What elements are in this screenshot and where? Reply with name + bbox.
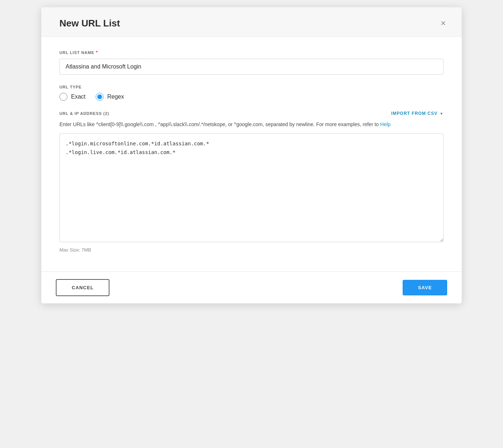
url-list-name-group: URL LIST NAME * — [59, 50, 444, 75]
modal-footer: CANCEL SAVE — [41, 271, 462, 303]
modal-title: New URL List — [59, 18, 120, 29]
url-ip-label: URL & IP ADDRESS (2) — [59, 111, 109, 116]
new-url-list-modal: New URL List × URL LIST NAME * URL TYPE … — [41, 7, 462, 303]
cancel-button[interactable]: CANCEL — [56, 279, 109, 296]
import-csv-label: IMPORT FROM CSV — [391, 111, 437, 116]
url-type-label: URL TYPE — [59, 85, 444, 89]
max-size-label: Max Size: 7MB — [59, 247, 444, 253]
radio-exact[interactable] — [59, 93, 67, 101]
radio-option-exact[interactable]: Exact — [59, 93, 86, 101]
url-list-name-input[interactable] — [59, 59, 444, 75]
save-button[interactable]: SAVE — [403, 280, 447, 295]
chevron-down-icon: ▼ — [440, 112, 444, 116]
modal-body: URL LIST NAME * URL TYPE Exact Regex — [41, 37, 462, 271]
help-link[interactable]: Help — [380, 121, 391, 127]
url-type-group: URL TYPE Exact Regex — [59, 85, 444, 101]
url-ip-group: URL & IP ADDRESS (2) IMPORT FROM CSV ▼ E… — [59, 111, 444, 253]
radio-option-regex[interactable]: Regex — [96, 93, 124, 101]
url-list-name-label: URL LIST NAME * — [59, 50, 444, 55]
radio-regex[interactable] — [96, 93, 104, 101]
url-textarea[interactable]: .*login.microsoftonline.com.*id.atlassia… — [59, 133, 444, 242]
radio-exact-label: Exact — [71, 94, 86, 100]
required-indicator: * — [96, 50, 98, 55]
close-button[interactable]: × — [439, 17, 447, 29]
url-type-radio-group: Exact Regex — [59, 93, 444, 101]
modal-header: New URL List × — [41, 7, 462, 37]
url-hint-text: Enter URLs like ^client[0-9]\\.google\\.… — [59, 120, 444, 128]
url-section-header: URL & IP ADDRESS (2) IMPORT FROM CSV ▼ — [59, 111, 444, 116]
import-csv-button[interactable]: IMPORT FROM CSV ▼ — [391, 111, 444, 116]
radio-regex-label: Regex — [107, 94, 124, 100]
